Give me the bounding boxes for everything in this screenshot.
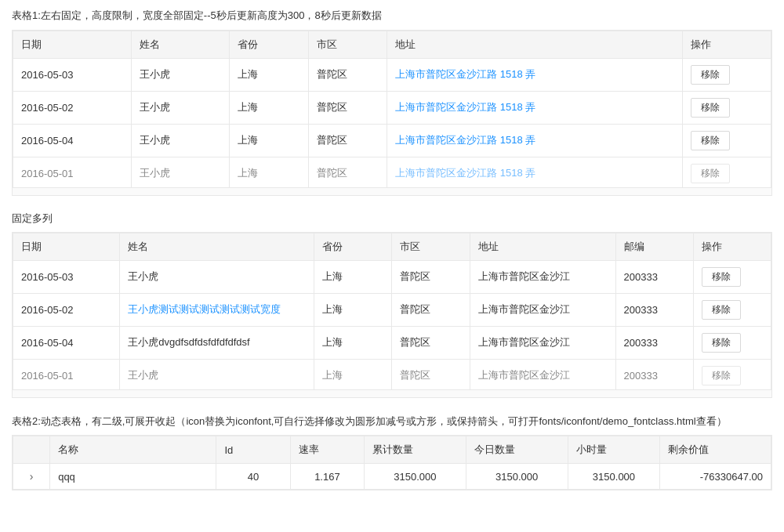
cell-date: 2016-05-03	[13, 58, 132, 91]
table1-header-row: 日期 姓名 省份 市区 地址 操作	[13, 31, 771, 58]
col3-expand	[13, 436, 50, 464]
col2-address: 地址	[470, 233, 615, 260]
cell3-today: 3150.000	[466, 464, 568, 490]
cell2-action: 移除	[693, 326, 771, 359]
remove-button[interactable]: 移除	[691, 98, 730, 118]
remove-button2[interactable]: 移除	[702, 366, 741, 385]
table3-wrapper: 名称 Id 速率 累计数量 今日数量 小时量 剩余价值 › qqq 40 1.1…	[12, 435, 772, 490]
cell2-date: 2016-05-02	[13, 293, 120, 326]
col2-zip: 邮编	[615, 233, 693, 260]
table1-body: 2016-05-03 王小虎 上海 普陀区 上海市普陀区金沙江路 1518 弄 …	[13, 58, 771, 187]
table3-header-row: 名称 Id 速率 累计数量 今日数量 小时量 剩余价值	[13, 436, 771, 464]
table3-scroll[interactable]: 名称 Id 速率 累计数量 今日数量 小时量 剩余价值 › qqq 40 1.1…	[13, 436, 771, 490]
cell2-name: 王小虎测试测试测试测试测试宽度	[120, 293, 314, 326]
cell-date: 2016-05-02	[13, 91, 132, 124]
col3-name: 名称	[50, 436, 216, 464]
cell2-province: 上海	[314, 260, 392, 293]
cell2-province: 上海	[314, 326, 392, 359]
remove-button2[interactable]: 移除	[702, 333, 741, 353]
cell-name: 王小虎	[131, 91, 230, 124]
cell3-total: 3150.000	[365, 464, 466, 490]
table1: 日期 姓名 省份 市区 地址 操作 2016-05-03 王小虎 上海 普陀区 …	[13, 31, 771, 187]
cell-province: 上海	[230, 58, 308, 91]
table2-scroll[interactable]: 日期 姓名 省份 市区 地址 邮编 操作 2016-05-03 王小虎 上海 普…	[13, 233, 771, 389]
table2-wrapper: 日期 姓名 省份 市区 地址 邮编 操作 2016-05-03 王小虎 上海 普…	[12, 232, 772, 398]
table3-title: 表格2:动态表格，有二级,可展开收起（icon替换为iconfont,可自行选择…	[12, 414, 772, 429]
col-name: 姓名	[131, 31, 230, 58]
cell2-action: 移除	[693, 293, 771, 326]
table3-body: › qqq 40 1.167 3150.000 3150.000 3150.00…	[13, 464, 771, 490]
remove-button[interactable]: 移除	[691, 131, 730, 150]
cell-date: 2016-05-04	[13, 124, 132, 157]
cell-address: 上海市普陀区金沙江路 1518 弄	[387, 58, 683, 91]
cell-name: 王小虎	[131, 157, 230, 187]
table2-section: 固定多列 日期 姓名 省份 市区	[12, 212, 772, 398]
table2-row: 2016-05-04 王小虎dvgdfsdfdsfdfdfdfdsf 上海 普陀…	[13, 326, 771, 359]
remove-button[interactable]: 移除	[691, 65, 730, 85]
table1-scrollbar[interactable]	[13, 187, 771, 195]
cell2-zip: 200333	[615, 359, 693, 389]
col3-hours: 小时量	[568, 436, 660, 464]
table3-section: 表格2:动态表格，有二级,可展开收起（icon替换为iconfont,可自行选择…	[12, 414, 772, 491]
remove-button2[interactable]: 移除	[702, 267, 741, 287]
cell2-zip: 200333	[615, 260, 693, 293]
cell-province: 上海	[230, 157, 308, 187]
table2-title: 固定多列	[12, 212, 772, 226]
table1-row: 2016-05-01 王小虎 上海 普陀区 上海市普陀区金沙江路 1518 弄 …	[13, 157, 771, 187]
cell2-province: 上海	[314, 293, 392, 326]
cell2-action: 移除	[693, 359, 771, 389]
table2-header-row: 日期 姓名 省份 市区 地址 邮编 操作	[13, 233, 771, 260]
cell2-address: 上海市普陀区金沙江	[470, 293, 615, 326]
cell-province: 上海	[230, 91, 308, 124]
col-address: 地址	[387, 31, 683, 58]
table2-row: 2016-05-01 王小虎 上海 普陀区 上海市普陀区金沙江 200333 移…	[13, 359, 771, 389]
cell2-action: 移除	[693, 260, 771, 293]
col-action: 操作	[682, 31, 771, 58]
table2-head: 日期 姓名 省份 市区 地址 邮编 操作	[13, 233, 771, 260]
cell2-address: 上海市普陀区金沙江	[470, 260, 615, 293]
col2-date: 日期	[13, 233, 120, 260]
cell-city: 普陀区	[308, 58, 387, 91]
cell2-date: 2016-05-04	[13, 326, 120, 359]
cell2-name: 王小虎dvgdfsdfdsfdfdfdfdsf	[120, 326, 314, 359]
table1-row: 2016-05-02 王小虎 上海 普陀区 上海市普陀区金沙江路 1518 弄 …	[13, 91, 771, 124]
cell2-address: 上海市普陀区金沙江	[470, 359, 615, 389]
cell-action: 移除	[682, 157, 771, 187]
col-city: 市区	[308, 31, 387, 58]
cell-action: 移除	[682, 124, 771, 157]
cell2-city: 普陀区	[392, 293, 470, 326]
remove-button[interactable]: 移除	[691, 164, 730, 183]
cell2-province: 上海	[314, 359, 392, 389]
table2-body: 2016-05-03 王小虎 上海 普陀区 上海市普陀区金沙江 200333 移…	[13, 260, 771, 389]
cell2-city: 普陀区	[392, 260, 470, 293]
cell2-address: 上海市普陀区金沙江	[470, 326, 615, 359]
col3-total: 累计数量	[365, 436, 466, 464]
cell2-city: 普陀区	[392, 359, 470, 389]
cell-action: 移除	[682, 91, 771, 124]
cell3-rate: 1.167	[290, 464, 364, 490]
cell3-remain: -76330647.00	[660, 464, 771, 490]
table1-row: 2016-05-03 王小虎 上海 普陀区 上海市普陀区金沙江路 1518 弄 …	[13, 58, 771, 91]
cell3-id: 40	[216, 464, 290, 490]
table1-title: 表格1:左右固定，高度限制，宽度全部固定--5秒后更新高度为300，8秒后更新数…	[12, 8, 772, 24]
table3-row: › qqq 40 1.167 3150.000 3150.000 3150.00…	[13, 464, 771, 490]
cell-province: 上海	[230, 124, 308, 157]
cell-city: 普陀区	[308, 157, 387, 187]
col2-province: 省份	[314, 233, 392, 260]
remove-button2[interactable]: 移除	[702, 300, 741, 320]
table1-scroll[interactable]: 日期 姓名 省份 市区 地址 操作 2016-05-03 王小虎 上海 普陀区 …	[13, 31, 771, 187]
cell-address: 上海市普陀区金沙江路 1518 弄	[387, 91, 683, 124]
table2-scrollbar[interactable]	[13, 389, 771, 397]
col-province: 省份	[230, 31, 308, 58]
cell-city: 普陀区	[308, 124, 387, 157]
cell-city: 普陀区	[308, 91, 387, 124]
table3-head: 名称 Id 速率 累计数量 今日数量 小时量 剩余价值	[13, 436, 771, 464]
table1-head: 日期 姓名 省份 市区 地址 操作	[13, 31, 771, 58]
cell2-date: 2016-05-01	[13, 359, 120, 389]
table3: 名称 Id 速率 累计数量 今日数量 小时量 剩余价值 › qqq 40 1.1…	[13, 436, 771, 490]
cell-address: 上海市普陀区金沙江路 1518 弄	[387, 124, 683, 157]
table1-section: 表格1:左右固定，高度限制，宽度全部固定--5秒后更新高度为300，8秒后更新数…	[12, 8, 772, 196]
col3-today: 今日数量	[466, 436, 568, 464]
table1-row: 2016-05-04 王小虎 上海 普陀区 上海市普陀区金沙江路 1518 弄 …	[13, 124, 771, 157]
col3-rate: 速率	[290, 436, 364, 464]
